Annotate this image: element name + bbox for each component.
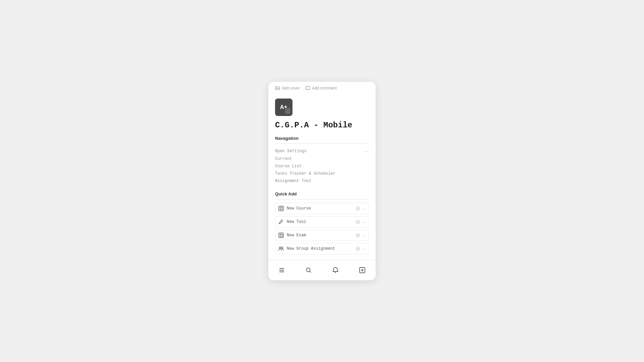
svg-point-8 (357, 208, 359, 209)
svg-point-11 (357, 221, 359, 223)
content-area: A+ C.G.P.A - Mobile Navagation Open Sett… (268, 93, 376, 260)
svg-rect-2 (279, 206, 283, 211)
more-icon-2[interactable]: ··· (362, 220, 366, 225)
quick-add-title: Quick Add (275, 191, 369, 196)
page-title: C.G.P.A - Mobile (275, 121, 369, 130)
svg-point-9 (279, 223, 280, 223)
settings-icon-4 (356, 246, 360, 251)
quick-add-new-course[interactable]: New Course ··· (275, 203, 369, 214)
add-cover-button[interactable]: Add cover (275, 86, 300, 90)
nav-divider (275, 143, 369, 144)
svg-point-17 (356, 234, 360, 237)
bell-nav-button[interactable] (329, 264, 341, 276)
nav-item-open-settings[interactable]: Open Settings ··· (275, 147, 369, 155)
svg-point-10 (356, 220, 360, 224)
settings-icon-3 (356, 233, 360, 238)
quick-add-section: Quick Add New Course (275, 191, 369, 254)
svg-point-20 (281, 247, 283, 249)
app-icon: A+ (275, 99, 292, 116)
svg-line-27 (310, 272, 311, 273)
nav-item-current[interactable]: Current (275, 155, 369, 163)
svg-point-19 (279, 247, 281, 249)
nav-item-tasks-tracker[interactable]: Tasks Tracker & Scheduler (275, 170, 369, 177)
nav-item-course-list[interactable]: Course List (275, 163, 369, 170)
quick-add-new-tool[interactable]: New Tool ··· (275, 216, 369, 228)
wrench-icon (278, 219, 284, 225)
search-nav-button[interactable] (303, 264, 315, 276)
settings-icon (356, 206, 360, 211)
navigation-section-title: Navagation (275, 136, 369, 141)
phone-card: Add cover Add comment A+ C.G.P.A - Mobil… (268, 82, 376, 280)
quick-add-new-exam[interactable]: New Exam ··· (275, 230, 369, 241)
svg-rect-0 (275, 87, 279, 90)
navigation-section: Navagation Open Settings ··· Current Cou… (275, 136, 369, 185)
svg-point-18 (357, 235, 359, 236)
nav-item-assignment-tool[interactable]: Assignment Tool (275, 177, 369, 185)
settings-icon-2 (356, 220, 360, 224)
group-icon (278, 246, 284, 252)
svg-point-7 (356, 207, 360, 210)
more-icon[interactable]: ··· (362, 206, 366, 211)
new-course-label: New Course (287, 206, 311, 211)
add-nav-button[interactable] (356, 264, 368, 276)
new-exam-label: New Exam (287, 233, 306, 238)
svg-point-22 (357, 248, 359, 249)
quick-add-new-group-assignment[interactable]: New Group Assignment ··· (275, 243, 369, 254)
svg-point-21 (356, 247, 360, 251)
svg-rect-12 (279, 233, 283, 238)
exam-icon (278, 232, 284, 238)
list-nav-button[interactable] (276, 264, 288, 276)
top-bar: Add cover Add comment (268, 82, 376, 93)
bottom-navigation (268, 260, 376, 280)
quick-add-divider (275, 199, 369, 199)
nav-options-icon[interactable]: ··· (365, 148, 369, 154)
new-group-assignment-label: New Group Assignment (287, 246, 335, 251)
table-icon (278, 205, 284, 212)
more-icon-3[interactable]: ··· (362, 233, 366, 238)
more-icon-4[interactable]: ··· (362, 246, 366, 251)
new-tool-label: New Tool (287, 220, 306, 224)
svg-point-26 (307, 268, 310, 272)
add-comment-button[interactable]: Add comment (305, 86, 337, 90)
